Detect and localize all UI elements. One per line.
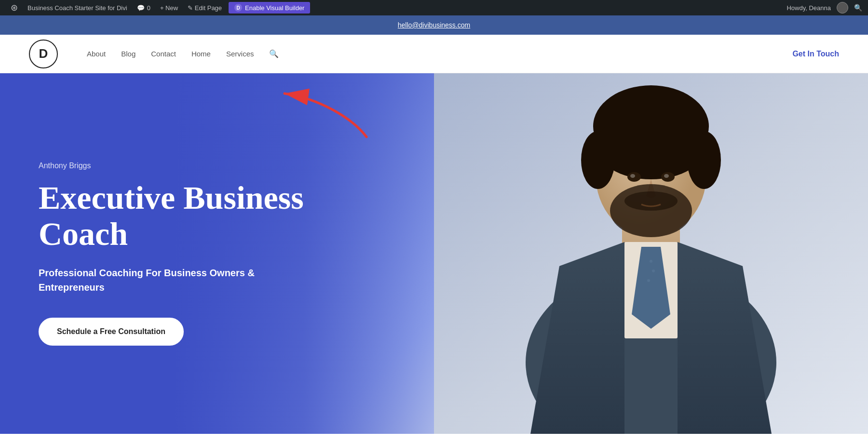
- svg-point-7: [650, 260, 652, 263]
- admin-search-icon[interactable]: 🔍: [854, 4, 862, 12]
- hero-content: Anthony Briggs Executive Business Coach …: [0, 73, 434, 434]
- nav-links: About Blog Contact Home Services 🔍: [87, 49, 792, 58]
- nav-services[interactable]: Services: [226, 50, 254, 58]
- wp-admin-bar: ⊛ Business Coach Starter Site for Divi 💬…: [0, 0, 868, 15]
- visual-builder-item[interactable]: D Enable Visual Builder: [229, 2, 310, 13]
- new-item[interactable]: + New: [155, 0, 183, 15]
- site-name-label: Business Coach Starter Site for Divi: [27, 4, 127, 12]
- hero-title: Executive Business Coach: [39, 180, 395, 252]
- site-logo[interactable]: D: [29, 40, 58, 68]
- svg-point-20: [624, 191, 678, 211]
- get-in-touch-link[interactable]: Get In Touch: [792, 50, 839, 58]
- howdy-label: Howdy, Deanna: [787, 4, 831, 12]
- svg-point-14: [596, 112, 706, 179]
- comments-item[interactable]: 💬 0: [132, 0, 155, 15]
- svg-point-18: [664, 174, 669, 178]
- nav-about[interactable]: About: [87, 50, 106, 58]
- visual-builder-label: Enable Visual Builder: [245, 4, 304, 12]
- main-nav: D About Blog Contact Home Services 🔍 Get…: [0, 35, 868, 73]
- svg-point-17: [630, 174, 635, 178]
- cta-button[interactable]: Schedule a Free Consultation: [39, 318, 184, 346]
- search-icon[interactable]: 🔍: [269, 49, 279, 58]
- nav-blog[interactable]: Blog: [121, 50, 136, 58]
- top-bar: hello@divibusiness.com: [0, 15, 868, 35]
- comment-icon: 💬: [137, 4, 145, 12]
- user-avatar[interactable]: [837, 2, 848, 13]
- svg-point-9: [647, 279, 650, 282]
- divi-icon: D: [234, 4, 242, 12]
- site-name-item[interactable]: Business Coach Starter Site for Divi: [23, 0, 132, 15]
- nav-home[interactable]: Home: [191, 50, 211, 58]
- edit-page-label: ✎ Edit Page: [188, 4, 222, 12]
- hero-section: Anthony Briggs Executive Business Coach …: [0, 73, 868, 434]
- hero-subtitle: Anthony Briggs: [39, 161, 395, 170]
- hero-person-image: [434, 73, 868, 434]
- wp-logo-icon: ⊛: [11, 2, 18, 13]
- svg-point-8: [652, 269, 655, 272]
- hero-description: Professional Coaching For Business Owner…: [39, 266, 309, 295]
- comment-count: 0: [147, 4, 150, 12]
- edit-page-item[interactable]: ✎ Edit Page: [183, 0, 227, 15]
- email-link[interactable]: hello@divibusiness.com: [398, 21, 470, 29]
- nav-contact[interactable]: Contact: [151, 50, 176, 58]
- wp-logo-item[interactable]: ⊛: [6, 0, 23, 15]
- new-label: + New: [160, 4, 178, 12]
